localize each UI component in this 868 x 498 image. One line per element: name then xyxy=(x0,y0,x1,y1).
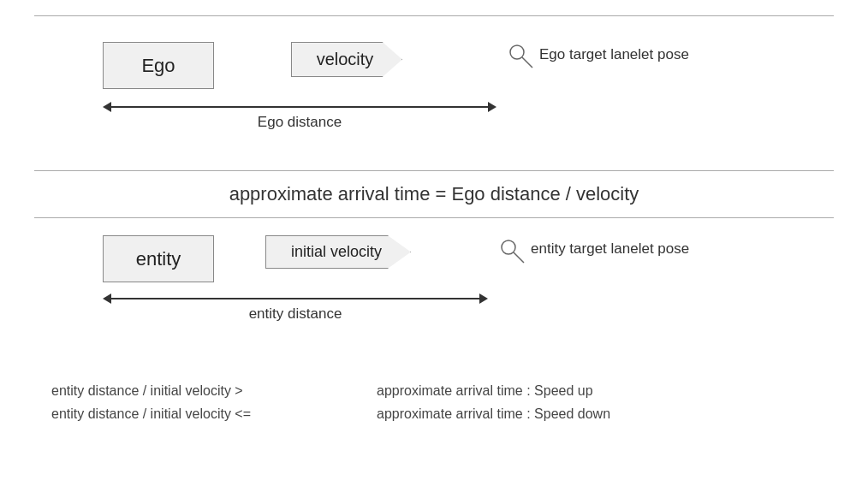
formula-text: approximate arrival time = Ego distance … xyxy=(229,183,639,205)
init-velocity-arrow: initial velocity xyxy=(265,235,411,269)
condition-row1-right: approximate arrival time : Speed up xyxy=(377,379,593,402)
velocity-label: velocity xyxy=(317,50,374,68)
svg-point-2 xyxy=(502,240,515,254)
condition-row2-left: entity distance / initial velocity <= xyxy=(51,402,377,425)
entity-arrow-line xyxy=(111,298,479,299)
entity-distance-label: entity distance xyxy=(249,305,342,323)
velocity-arrow: velocity xyxy=(291,42,402,77)
ego-arrow-line xyxy=(111,106,488,108)
velocity-arrow-box: velocity xyxy=(291,42,402,77)
ego-arrow-left xyxy=(103,102,111,112)
condition-row2: entity distance / initial velocity <= ap… xyxy=(51,402,817,425)
entity-target-pose-label: entity target lanelet pose xyxy=(531,240,689,258)
ego-distance-label: Ego distance xyxy=(258,114,342,131)
ego-box: Ego xyxy=(103,42,214,89)
svg-line-3 xyxy=(514,252,524,263)
target-pose-svg xyxy=(505,40,536,71)
ego-arrow-right xyxy=(488,102,496,112)
entity-target-pose-icon xyxy=(496,235,527,270)
section2-entity: entity initial velocity entity target la… xyxy=(0,218,868,372)
ego-label: Ego xyxy=(141,55,175,77)
entity-double-arrow xyxy=(103,293,488,304)
entity-arrow-left xyxy=(103,293,111,304)
entity-distance-row: entity distance xyxy=(103,293,488,323)
entity-box: entity xyxy=(103,235,214,282)
svg-point-0 xyxy=(510,45,524,59)
section1-ego: Ego velocity Ego target lanelet pose Ego… xyxy=(0,16,868,170)
ego-double-arrow xyxy=(103,102,496,112)
entity-arrow-right xyxy=(479,293,488,304)
formula-section: approximate arrival time = Ego distance … xyxy=(0,171,868,217)
bottom-conditions: entity distance / initial velocity > app… xyxy=(0,372,868,432)
condition-row1: entity distance / initial velocity > app… xyxy=(51,379,817,402)
svg-line-1 xyxy=(522,57,532,68)
init-velocity-label: initial velocity xyxy=(291,243,382,260)
ego-target-pose-icon xyxy=(505,40,536,74)
init-velocity-arrow-box: initial velocity xyxy=(265,235,411,269)
ego-target-pose-label: Ego target lanelet pose xyxy=(539,46,689,63)
condition-row1-left: entity distance / initial velocity > xyxy=(51,379,377,402)
ego-distance-row: Ego distance xyxy=(103,102,496,131)
entity-label: entity xyxy=(136,248,181,270)
entity-target-pose-svg xyxy=(496,235,527,266)
condition-row2-right: approximate arrival time : Speed down xyxy=(377,402,610,425)
